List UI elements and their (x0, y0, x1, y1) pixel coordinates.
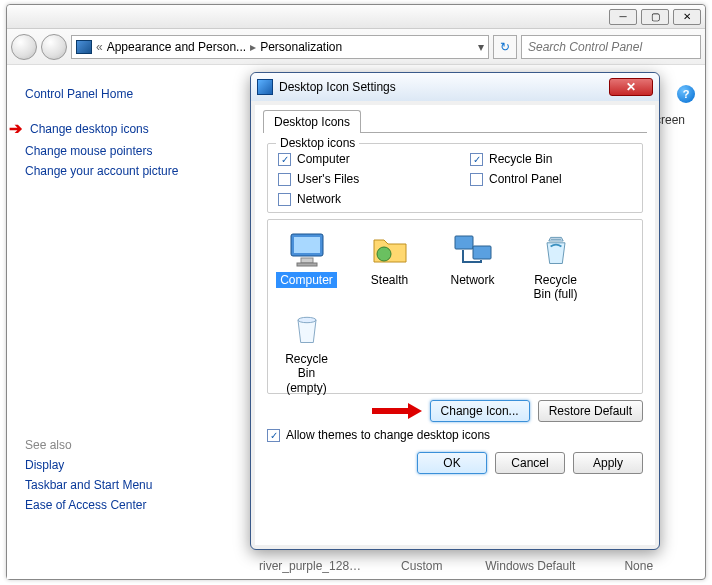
theme-item[interactable]: river_purple_1280x1... (259, 559, 368, 573)
recycle-bin-checkbox[interactable]: ✓Recycle Bin (470, 152, 632, 166)
restore-default-button[interactable]: Restore Default (538, 400, 643, 422)
recycle-bin-full-icon (534, 230, 578, 270)
icon-label: Recycle Bin (empty) (274, 351, 339, 396)
icon-preview-panel: Computer Stealth Network (267, 219, 643, 394)
dialog-icon (257, 79, 273, 95)
checkbox-label: Computer (297, 152, 350, 166)
svg-rect-2 (301, 258, 313, 263)
allow-themes-checkbox[interactable]: ✓ Allow themes to change desktop icons (267, 428, 643, 442)
icon-recycle-bin-empty[interactable]: Recycle Bin (empty) (274, 309, 339, 396)
ok-button[interactable]: OK (417, 452, 487, 474)
monitor-icon (76, 40, 92, 54)
back-button[interactable] (11, 34, 37, 60)
taskbar-link[interactable]: Taskbar and Start Menu (25, 478, 229, 492)
dropdown-icon[interactable]: ▾ (478, 40, 484, 54)
toolbar: « Appearance and Person... ▸ Personaliza… (7, 29, 705, 65)
control-panel-home-link[interactable]: Control Panel Home (25, 87, 229, 101)
dialog-close-button[interactable]: ✕ (609, 78, 653, 96)
change-icon-button[interactable]: Change Icon... (430, 400, 530, 422)
svg-point-4 (377, 247, 391, 261)
chevron-right-icon: ▸ (250, 40, 256, 54)
display-link[interactable]: Display (25, 458, 229, 472)
red-arrow-icon (372, 405, 422, 417)
breadcrumb-item[interactable]: Appearance and Person... (107, 40, 246, 54)
icon-label: Recycle Bin (full) (523, 272, 588, 303)
forward-button[interactable] (41, 34, 67, 60)
tab-strip: Desktop Icons (263, 109, 647, 133)
icon-stealth[interactable]: Stealth (357, 230, 422, 303)
control-panel-checkbox[interactable]: Control Panel (470, 172, 632, 186)
svg-rect-1 (294, 237, 320, 253)
recycle-bin-empty-icon (285, 309, 329, 349)
ease-of-access-link[interactable]: Ease of Access Center (25, 498, 229, 512)
change-desktop-icons-link[interactable]: ➔ Change desktop icons (25, 119, 229, 138)
apply-button[interactable]: Apply (573, 452, 643, 474)
link-label: Change desktop icons (30, 122, 149, 136)
icon-label: Network (446, 272, 498, 288)
network-icon (451, 230, 495, 270)
icon-label: Stealth (367, 272, 412, 288)
red-arrow-icon: ➔ (9, 119, 22, 138)
icon-network[interactable]: Network (440, 230, 505, 303)
chevron-left-icon: « (96, 40, 103, 54)
help-icon[interactable]: ? (677, 85, 695, 103)
dialog-titlebar: Desktop Icon Settings ✕ (251, 73, 659, 101)
checkbox-label: User's Files (297, 172, 359, 186)
computer-checkbox[interactable]: ✓Computer (278, 152, 440, 166)
svg-rect-5 (455, 236, 473, 249)
breadcrumb-item[interactable]: Personalization (260, 40, 342, 54)
see-also-heading: See also (25, 438, 229, 452)
refresh-icon: ↻ (500, 40, 510, 54)
checkbox-label: Control Panel (489, 172, 562, 186)
theme-item[interactable]: Windows Default (476, 559, 585, 573)
network-checkbox[interactable]: Network (278, 192, 440, 206)
change-account-picture-link[interactable]: Change your account picture (25, 164, 229, 178)
icon-label: Computer (276, 272, 337, 288)
desktop-icons-group: Desktop icons ✓Computer User's Files Net… (267, 143, 643, 213)
users-files-checkbox[interactable]: User's Files (278, 172, 440, 186)
folder-icon (368, 230, 412, 270)
search-input[interactable] (528, 40, 694, 54)
search-box[interactable] (521, 35, 701, 59)
tab-desktop-icons[interactable]: Desktop Icons (263, 110, 361, 133)
cancel-button[interactable]: Cancel (495, 452, 565, 474)
theme-item[interactable]: Custom (368, 559, 477, 573)
checkbox-label: Allow themes to change desktop icons (286, 428, 490, 442)
checkbox-label: Recycle Bin (489, 152, 552, 166)
svg-rect-3 (297, 263, 317, 266)
theme-item[interactable]: None (585, 559, 694, 573)
desktop-icon-settings-dialog: Desktop Icon Settings ✕ Desktop Icons De… (250, 72, 660, 550)
minimize-button[interactable]: ─ (609, 9, 637, 25)
address-bar[interactable]: « Appearance and Person... ▸ Personaliza… (71, 35, 489, 59)
close-button[interactable]: ✕ (673, 9, 701, 25)
background-theme-row: river_purple_1280x1... Custom Windows De… (259, 559, 693, 573)
sidebar: Control Panel Home ➔ Change desktop icon… (7, 65, 247, 579)
refresh-button[interactable]: ↻ (493, 35, 517, 59)
checkbox-label: Network (297, 192, 341, 206)
dialog-body: Desktop Icons Desktop icons ✓Computer Us… (255, 105, 655, 545)
svg-rect-6 (473, 246, 491, 259)
window-titlebar: ─ ▢ ✕ (7, 5, 705, 29)
group-legend: Desktop icons (276, 136, 359, 150)
computer-icon (285, 230, 329, 270)
dialog-title: Desktop Icon Settings (279, 80, 603, 94)
icon-computer[interactable]: Computer (274, 230, 339, 303)
maximize-button[interactable]: ▢ (641, 9, 669, 25)
icon-recycle-bin-full[interactable]: Recycle Bin (full) (523, 230, 588, 303)
svg-point-7 (298, 317, 316, 322)
change-mouse-pointers-link[interactable]: Change mouse pointers (25, 144, 229, 158)
